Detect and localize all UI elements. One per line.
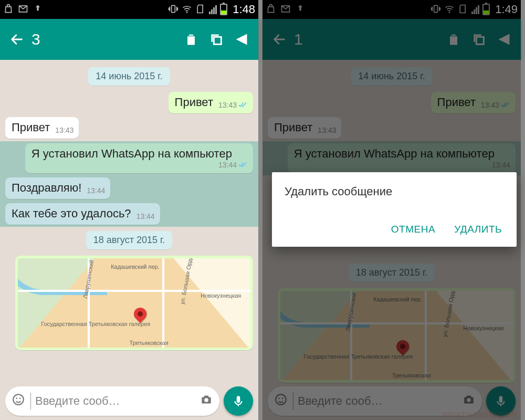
message-time: 13:44	[218, 161, 237, 169]
svg-point-3	[13, 394, 24, 405]
outgoing-bubble: Я установил WhatsApp на компьютер 13:44	[25, 143, 253, 173]
read-ticks-icon	[238, 161, 248, 169]
message-time: 13:43	[218, 101, 237, 109]
date-separator: 14 июнь 2015 г.	[88, 67, 170, 86]
svg-rect-2	[214, 37, 221, 44]
message-text: Как тебе это удалось?	[12, 207, 131, 220]
status-bar: 1:48	[0, 0, 258, 19]
sd-card-icon	[195, 4, 206, 16]
message-text: Я установил WhatsApp на компьютер	[32, 147, 232, 161]
dialog-title: Удалить сообщение	[285, 185, 504, 198]
upload-icon	[33, 4, 43, 16]
cancel-button[interactable]: ОТМЕНА	[389, 219, 437, 239]
read-ticks-icon	[238, 101, 248, 109]
selected-count: 3	[32, 30, 40, 48]
message-time: 13:44	[87, 186, 105, 195]
delete-confirmation-dialog: Удалить сообщение ОТМЕНА УДАЛИТЬ	[272, 172, 517, 247]
message-row[interactable]: Государственная Третьяковская галерея Но…	[5, 255, 253, 351]
message-input[interactable]: Введите сооб…	[5, 386, 219, 416]
forward-button[interactable]	[229, 27, 254, 52]
emoji-icon[interactable]	[12, 393, 25, 410]
map-poi-label: Новокузнецкая	[201, 292, 241, 299]
delete-button[interactable]	[178, 27, 204, 52]
mail-icon	[18, 4, 28, 16]
incoming-bubble: Поздравляю! 13:44	[5, 177, 110, 199]
svg-point-1	[186, 12, 188, 13]
message-row-selected[interactable]: Как тебе это удалось? 13:44	[0, 201, 258, 227]
copy-button[interactable]	[204, 27, 229, 52]
outgoing-bubble: Привет 13:43	[169, 92, 253, 113]
map-street-label: Кадашевский пер.	[111, 264, 160, 270]
message-time: 13:44	[136, 212, 155, 220]
confirm-delete-button[interactable]: УДАЛИТЬ	[452, 219, 504, 239]
camera-icon[interactable]	[200, 393, 213, 410]
voice-record-button[interactable]	[224, 386, 253, 416]
incoming-bubble: Привет 13:43	[5, 117, 79, 139]
svg-rect-7	[237, 396, 240, 403]
incoming-bubble: Как тебе это удалось? 13:44	[5, 203, 160, 225]
message-text: Привет	[12, 121, 50, 134]
message-row-selected[interactable]: Я установил WhatsApp на компьютер 13:44	[0, 141, 258, 175]
selection-action-bar: 3	[0, 19, 258, 60]
svg-rect-0	[172, 5, 175, 12]
back-button[interactable]	[4, 27, 29, 52]
screenshot-left: 1:48 3 14 июнь 2015 г. Привет 13:43	[0, 0, 258, 420]
bag-icon	[3, 4, 14, 16]
vibrate-icon	[168, 4, 178, 16]
status-time: 1:48	[233, 3, 255, 16]
svg-point-5	[19, 398, 21, 400]
message-row[interactable]: Привет 13:43	[5, 91, 253, 114]
message-time: 13:43	[55, 126, 74, 134]
map-poi-label: Третьяковская	[130, 340, 169, 346]
svg-point-6	[204, 398, 208, 402]
cursor-icon	[30, 393, 31, 410]
date-separator: 18 август 2015 г.	[86, 231, 173, 249]
watermark: WHATMESSENGER	[443, 411, 518, 419]
chat-area[interactable]: 14 июнь 2015 г. Привет 13:43 Привет 13:4…	[0, 60, 258, 420]
message-text: Привет	[175, 96, 213, 109]
screenshot-right: 1:49 1 14 июнь 2015 г. Привет 13:43 Прив…	[262, 0, 521, 420]
message-row[interactable]: Привет 13:43	[5, 116, 253, 140]
map-poi-label: Государственная Третьяковская галерея	[41, 321, 150, 327]
message-row-selected[interactable]: Поздравляю! 13:44	[0, 175, 258, 201]
input-placeholder: Введите сооб…	[35, 394, 200, 408]
svg-point-4	[16, 398, 17, 400]
message-text: Поздравляю!	[12, 181, 81, 195]
wifi-icon	[182, 4, 192, 16]
message-input-bar: Введите сооб…	[5, 386, 253, 416]
battery-icon	[220, 4, 227, 15]
location-message[interactable]: Государственная Третьяковская галерея Но…	[15, 256, 253, 350]
signal-icon	[209, 5, 217, 14]
